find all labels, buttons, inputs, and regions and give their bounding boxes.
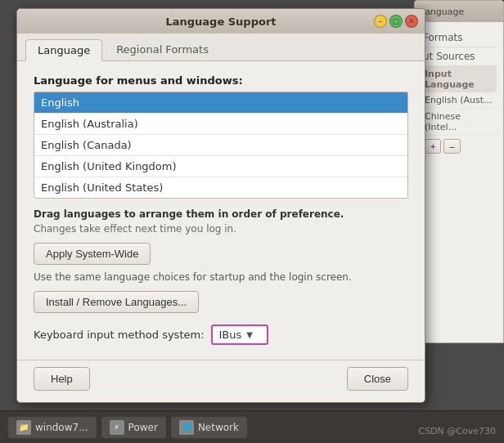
taskbar-app-network[interactable]: 🌐 Network — [171, 417, 247, 438]
taskbar-app-power[interactable]: ⚡ Power — [101, 417, 166, 438]
install-btn-row: Install / Remove Languages... — [34, 291, 408, 313]
bg-panel-add-button[interactable]: + — [425, 139, 441, 154]
background-panel: Language Formats ut Sources Input Langua… — [414, 0, 504, 343]
bg-panel-item-formats[interactable]: Formats — [421, 29, 497, 47]
minimize-button[interactable]: – — [374, 15, 387, 28]
maximize-button[interactable]: □ — [389, 15, 403, 28]
tab-bar: Language Regional Formats — [17, 34, 425, 61]
titlebar-buttons: – □ ✕ — [374, 15, 418, 28]
lang-item-english[interactable]: English — [34, 92, 407, 114]
taskbar-app-power-label: Power — [128, 422, 158, 433]
language-support-dialog: Language Support – □ ✕ Language Regional… — [16, 8, 425, 403]
close-titlebar-button[interactable]: ✕ — [405, 15, 418, 28]
apply-system-wide-button[interactable]: Apply System-Wide — [34, 243, 151, 265]
dropdown-arrow-icon: ▼ — [246, 330, 253, 339]
power-icon: ⚡ — [110, 420, 124, 435]
close-button[interactable]: Close — [347, 367, 408, 391]
bg-panel-title: Language — [420, 7, 464, 17]
lang-item-english-ca[interactable]: English (Canada) — [34, 135, 407, 156]
taskbar-app-files[interactable]: 📁 window7... — [8, 417, 97, 438]
keyboard-input-method-dropdown[interactable]: IBus ▼ — [211, 324, 268, 345]
apply-btn-row: Apply System-Wide — [34, 243, 408, 265]
tab-language[interactable]: Language — [25, 39, 102, 61]
network-icon: 🌐 — [179, 420, 194, 435]
bg-panel-content: Formats ut Sources Input Language Englis… — [415, 22, 503, 163]
watermark: CSDN @Cove730 — [418, 426, 496, 436]
taskbar-app-files-label: window7... — [35, 422, 88, 433]
bg-panel-lang-english[interactable]: English (Aust... — [421, 92, 497, 109]
section-label: Language for menus and windows: — [34, 74, 408, 87]
dialog-content: Language for menus and windows: English … — [17, 61, 425, 360]
bg-panel-item-sources[interactable]: ut Sources — [421, 47, 497, 66]
help-button[interactable]: Help — [34, 367, 90, 391]
lang-item-english-uk[interactable]: English (United Kingdom) — [34, 156, 407, 177]
use-same-text: Use the same language choices for startu… — [34, 271, 408, 283]
drag-hint-bold: Drag languages to arrange them in order … — [34, 208, 344, 220]
keyboard-row: Keyboard input method system: IBus ▼ — [34, 324, 408, 345]
drag-subtext: Changes take effect next time you log in… — [34, 223, 408, 235]
bg-panel-remove-button[interactable]: – — [443, 139, 460, 154]
dialog-titlebar: Language Support – □ ✕ — [17, 9, 425, 34]
dialog-title: Language Support — [165, 16, 276, 28]
tab-regional-formats[interactable]: Regional Formats — [104, 38, 221, 60]
keyboard-label: Keyboard input method system: — [34, 329, 205, 341]
install-remove-languages-button[interactable]: Install / Remove Languages... — [34, 291, 199, 313]
dialog-footer: Help Close — [17, 360, 425, 402]
bg-panel-lang-chinese[interactable]: Chinese (Intel... — [421, 109, 497, 136]
language-list: English English (Australia) English (Can… — [34, 92, 408, 199]
drag-hint: Drag languages to arrange them in order … — [34, 208, 408, 220]
taskbar-app-network-label: Network — [198, 422, 239, 433]
keyboard-value: IBus — [219, 329, 242, 341]
bg-panel-titlebar: Language — [415, 1, 503, 22]
lang-item-english-au[interactable]: English (Australia) — [34, 114, 407, 135]
bg-panel-buttons: + – — [421, 136, 497, 157]
lang-item-english-us[interactable]: English (United States) — [34, 177, 407, 198]
bg-panel-section: Input Language — [421, 66, 497, 92]
files-icon: 📁 — [16, 420, 31, 435]
